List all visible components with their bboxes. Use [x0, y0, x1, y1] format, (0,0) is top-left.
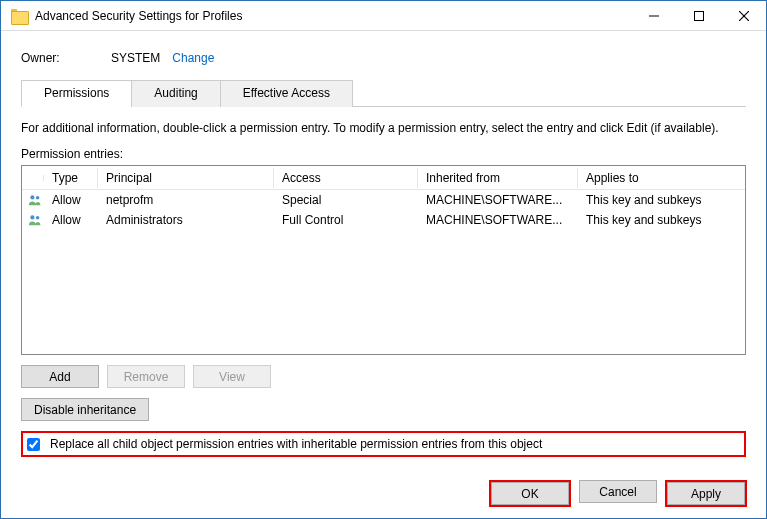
- cell-inherited-from: MACHINE\SOFTWARE...: [418, 211, 578, 229]
- view-button: View: [193, 365, 271, 388]
- replace-child-entries-checkbox[interactable]: [27, 438, 40, 451]
- close-button[interactable]: [721, 1, 766, 31]
- svg-point-7: [36, 216, 40, 220]
- people-icon: [22, 211, 44, 229]
- cell-type: Allow: [44, 211, 98, 229]
- cell-principal: Administrators: [98, 211, 274, 229]
- replace-child-entries-row[interactable]: Replace all child object permission entr…: [21, 431, 746, 457]
- cell-access: Special: [274, 191, 418, 209]
- cancel-button[interactable]: Cancel: [579, 480, 657, 503]
- permission-entries-grid[interactable]: Type Principal Access Inherited from App…: [21, 165, 746, 355]
- folder-icon: [11, 9, 27, 23]
- owner-row: Owner: SYSTEM Change: [21, 51, 746, 65]
- maximize-button[interactable]: [676, 1, 721, 31]
- cell-inherited-from: MACHINE\SOFTWARE...: [418, 191, 578, 209]
- cell-type: Allow: [44, 191, 98, 209]
- permission-entries-label: Permission entries:: [21, 147, 746, 161]
- change-owner-link[interactable]: Change: [172, 51, 214, 65]
- info-text: For additional information, double-click…: [21, 121, 746, 135]
- titlebar: Advanced Security Settings for Profiles: [1, 1, 766, 31]
- dialog-footer: OK Cancel Apply: [489, 480, 747, 507]
- people-icon: [22, 191, 44, 209]
- svg-point-5: [36, 196, 40, 200]
- cell-access: Full Control: [274, 211, 418, 229]
- col-type[interactable]: Type: [44, 168, 98, 188]
- svg-point-4: [30, 195, 34, 199]
- svg-point-6: [30, 215, 34, 219]
- minimize-button[interactable]: [631, 1, 676, 31]
- add-button[interactable]: Add: [21, 365, 99, 388]
- col-applies-to[interactable]: Applies to: [578, 168, 745, 188]
- owner-value: SYSTEM: [111, 51, 160, 65]
- cell-applies-to: This key and subkeys: [578, 211, 745, 229]
- col-access[interactable]: Access: [274, 168, 418, 188]
- table-row[interactable]: AllowAdministratorsFull ControlMACHINE\S…: [22, 210, 745, 230]
- disable-inheritance-button[interactable]: Disable inheritance: [21, 398, 149, 421]
- tab-effective-access[interactable]: Effective Access: [220, 80, 353, 107]
- grid-header: Type Principal Access Inherited from App…: [22, 166, 745, 190]
- window-title: Advanced Security Settings for Profiles: [35, 9, 631, 23]
- owner-label: Owner:: [21, 51, 111, 65]
- cell-applies-to: This key and subkeys: [578, 191, 745, 209]
- apply-button[interactable]: Apply: [667, 482, 745, 505]
- ok-button[interactable]: OK: [491, 482, 569, 505]
- col-icon[interactable]: [22, 175, 44, 181]
- table-row[interactable]: AllownetprofmSpecialMACHINE\SOFTWARE...T…: [22, 190, 745, 210]
- replace-child-entries-label: Replace all child object permission entr…: [50, 437, 542, 451]
- cell-principal: netprofm: [98, 191, 274, 209]
- remove-button: Remove: [107, 365, 185, 388]
- svg-rect-1: [694, 11, 703, 20]
- tab-permissions[interactable]: Permissions: [21, 80, 132, 107]
- tab-auditing[interactable]: Auditing: [131, 80, 220, 107]
- col-principal[interactable]: Principal: [98, 168, 274, 188]
- col-inherited-from[interactable]: Inherited from: [418, 168, 578, 188]
- tabs: Permissions Auditing Effective Access: [21, 79, 746, 107]
